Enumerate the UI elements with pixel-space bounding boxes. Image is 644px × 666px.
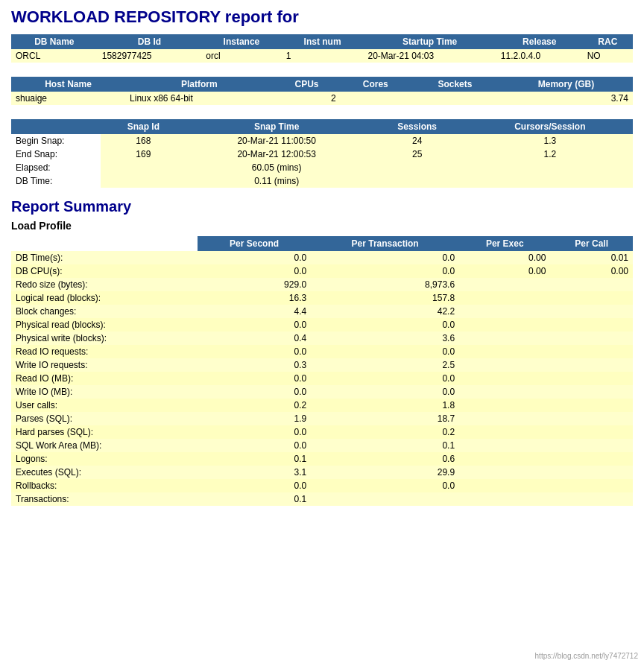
snap-header bbox=[11, 119, 101, 134]
load-profile-cell bbox=[550, 345, 633, 358]
load-profile-row: Transactions:0.1 bbox=[11, 492, 633, 506]
host-info-header: Memory (GB) bbox=[499, 77, 633, 92]
load-profile-header bbox=[11, 236, 198, 251]
load-profile-title: Load Profile bbox=[11, 220, 633, 232]
load-profile-cell: 8,973.6 bbox=[311, 278, 459, 291]
snap-cell: End Snap: bbox=[11, 148, 101, 161]
load-profile-cell: Physical read (blocks): bbox=[11, 318, 198, 332]
load-profile-row: Read IO (MB):0.00.0 bbox=[11, 372, 633, 385]
host-info-cell: shuaige bbox=[11, 92, 125, 105]
snap-cell: Elapsed: bbox=[11, 161, 101, 174]
db-info-header: Startup Time bbox=[363, 34, 496, 49]
load-profile-row: Physical write (blocks):0.43.6 bbox=[11, 332, 633, 345]
load-profile-header: Per Exec bbox=[459, 236, 550, 251]
snap-cell: 1.2 bbox=[467, 148, 633, 161]
load-profile-cell bbox=[459, 439, 550, 452]
snap-cell: 169 bbox=[101, 148, 186, 161]
load-profile-cell bbox=[459, 305, 550, 318]
load-profile-cell bbox=[550, 452, 633, 466]
host-info-header: Sockets bbox=[411, 77, 499, 92]
load-profile-row: Block changes:4.442.2 bbox=[11, 305, 633, 318]
load-profile-cell: User calls: bbox=[11, 399, 198, 412]
load-profile-cell: 0.0 bbox=[311, 479, 459, 492]
load-profile-cell: Logons: bbox=[11, 452, 198, 466]
load-profile-cell bbox=[459, 425, 550, 439]
load-profile-cell: 29.9 bbox=[311, 466, 459, 479]
page-title: WORKLOAD REPOSITORY report for bbox=[11, 7, 633, 27]
load-profile-cell bbox=[459, 358, 550, 372]
snap-cell: DB Time: bbox=[11, 174, 101, 188]
snap-header: Cursors/Session bbox=[467, 119, 633, 134]
load-profile-row: Logons:0.10.6 bbox=[11, 452, 633, 466]
load-profile-cell: 0.0 bbox=[198, 264, 311, 278]
host-info-cell: 2 bbox=[273, 92, 340, 105]
load-profile-cell: 0.0 bbox=[311, 251, 459, 264]
load-profile-cell bbox=[550, 291, 633, 305]
db-info-header: Release bbox=[496, 34, 583, 49]
load-profile-cell: Block changes: bbox=[11, 305, 198, 318]
load-profile-cell: 0.0 bbox=[311, 372, 459, 385]
load-profile-cell: Write IO (MB): bbox=[11, 385, 198, 399]
db-info-cell: ORCL bbox=[11, 49, 98, 63]
load-profile-cell: 0.01 bbox=[550, 251, 633, 264]
load-profile-cell bbox=[550, 479, 633, 492]
snap-cell bbox=[367, 161, 467, 174]
db-info-header: DB Id bbox=[98, 34, 201, 49]
host-info-header: Cores bbox=[341, 77, 411, 92]
snap-header: Sessions bbox=[367, 119, 467, 134]
load-profile-cell: 929.0 bbox=[198, 278, 311, 291]
load-profile-row: DB Time(s):0.00.00.000.01 bbox=[11, 251, 633, 264]
load-profile-row: Executes (SQL):3.129.9 bbox=[11, 466, 633, 479]
load-profile-cell bbox=[459, 278, 550, 291]
load-profile-cell bbox=[550, 305, 633, 318]
db-info-cell: NO bbox=[583, 49, 633, 63]
snap-cell: 0.11 (mins) bbox=[186, 174, 367, 188]
load-profile-cell: 0.0 bbox=[198, 251, 311, 264]
load-profile-cell: 0.0 bbox=[198, 345, 311, 358]
load-profile-cell: 0.00 bbox=[459, 264, 550, 278]
load-profile-cell: 0.2 bbox=[311, 425, 459, 439]
load-profile-cell: 18.7 bbox=[311, 412, 459, 425]
load-profile-cell bbox=[550, 332, 633, 345]
snap-header: Snap Id bbox=[101, 119, 186, 134]
load-profile-cell bbox=[550, 466, 633, 479]
load-profile-cell: Read IO requests: bbox=[11, 345, 198, 358]
load-profile-cell: 3.6 bbox=[311, 332, 459, 345]
snap-row: Elapsed:60.05 (mins) bbox=[11, 161, 633, 174]
load-profile-cell: 1.8 bbox=[311, 399, 459, 412]
snap-cell: 168 bbox=[101, 134, 186, 148]
load-profile-cell: 0.3 bbox=[198, 358, 311, 372]
load-profile-cell: Logical read (blocks): bbox=[11, 291, 198, 305]
db-info-cell: 20-Mar-21 04:03 bbox=[363, 49, 496, 63]
load-profile-cell: 0.1 bbox=[311, 439, 459, 452]
snap-cell: 25 bbox=[367, 148, 467, 161]
load-profile-cell: 0.1 bbox=[198, 492, 311, 506]
load-profile-row: Read IO requests:0.00.0 bbox=[11, 345, 633, 358]
load-profile-row: Rollbacks:0.00.0 bbox=[11, 479, 633, 492]
load-profile-cell: SQL Work Area (MB): bbox=[11, 439, 198, 452]
db-info-cell: orcl bbox=[201, 49, 281, 63]
host-info-header: Host Name bbox=[11, 77, 125, 92]
snap-cell: 24 bbox=[367, 134, 467, 148]
db-info-header: Inst num bbox=[282, 34, 364, 49]
load-profile-cell bbox=[550, 425, 633, 439]
load-profile-table: Per SecondPer TransactionPer ExecPer Cal… bbox=[11, 236, 633, 506]
snap-cell: 20-Mar-21 12:00:53 bbox=[186, 148, 367, 161]
load-profile-cell bbox=[459, 332, 550, 345]
load-profile-cell: 0.0 bbox=[198, 425, 311, 439]
load-profile-row: Write IO (MB):0.00.0 bbox=[11, 385, 633, 399]
host-info-header: Platform bbox=[125, 77, 273, 92]
db-info-cell: 11.2.0.4.0 bbox=[496, 49, 583, 63]
load-profile-cell: 0.00 bbox=[459, 251, 550, 264]
snap-info-table: Snap IdSnap TimeSessionsCursors/Session … bbox=[11, 119, 633, 188]
load-profile-cell: 3.1 bbox=[198, 466, 311, 479]
load-profile-cell: Rollbacks: bbox=[11, 479, 198, 492]
load-profile-cell: 0.0 bbox=[311, 318, 459, 332]
snap-cell bbox=[467, 161, 633, 174]
load-profile-cell: 0.1 bbox=[198, 452, 311, 466]
load-profile-cell: 0.4 bbox=[198, 332, 311, 345]
snap-row: Begin Snap:16820-Mar-21 11:00:50241.3 bbox=[11, 134, 633, 148]
snap-cell bbox=[367, 174, 467, 188]
load-profile-cell: Executes (SQL): bbox=[11, 466, 198, 479]
load-profile-cell: 0.00 bbox=[550, 264, 633, 278]
